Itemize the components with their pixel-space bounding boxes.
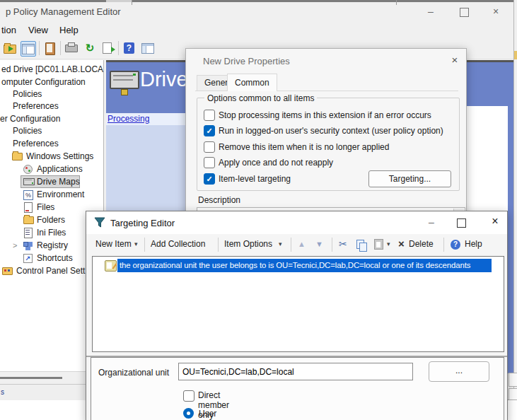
ou-item-icon [105, 260, 117, 272]
ou-label: Organizational unit [98, 368, 169, 378]
close-button[interactable]: × [488, 5, 504, 18]
checkbox-icon[interactable] [204, 157, 215, 168]
export-list-icon[interactable] [101, 41, 115, 55]
back-folder-icon[interactable] [3, 41, 17, 55]
window-right-edge [513, 0, 517, 399]
copy-icon[interactable] [356, 240, 364, 249]
tree-item-preferences[interactable]: Preferences [0, 100, 103, 112]
item-options-button[interactable]: Item Options [224, 239, 272, 249]
close-icon[interactable]: × [448, 54, 462, 67]
browse-button[interactable]: ... [429, 361, 489, 382]
menu-view[interactable]: View [28, 25, 48, 35]
window-top-border [0, 0, 517, 2]
tab-common[interactable]: Common [227, 74, 277, 91]
checkbox-checked-icon[interactable]: ✓ [204, 125, 215, 136]
move-up-icon[interactable]: ▲ [298, 240, 306, 248]
top-tick [132, 0, 132, 5]
checkbox-icon[interactable] [204, 110, 215, 121]
checkbox-icon[interactable] [204, 141, 215, 153]
tree-item-user-configuration[interactable]: er Configuration [0, 112, 103, 125]
dialog-title: New Drive Properties [203, 56, 290, 66]
description-label: Description [198, 195, 240, 205]
window-title: p Policy Management Editor [6, 6, 121, 17]
maximize-button[interactable] [460, 8, 469, 17]
menu-help[interactable]: Help [59, 25, 79, 35]
expand-chevron-icon[interactable]: > [13, 239, 17, 252]
new-item-button[interactable]: New Item [95, 239, 132, 249]
drive-icon [23, 177, 34, 186]
tree-item-windows-settings[interactable]: Windows Settings [0, 150, 103, 163]
menu-bar: tion View Help [0, 22, 517, 38]
tree-item-computer-configuration[interactable]: omputer Configuration [0, 76, 103, 88]
scrollbar-thumb[interactable] [0, 377, 62, 379]
tree-item-applications[interactable]: Applications [0, 163, 103, 175]
targeting-toolbar: New Item ▾ Add Collection Item Options ▾… [86, 234, 507, 255]
delete-x-icon[interactable]: × [398, 238, 405, 250]
dropdown-icon[interactable]: ▾ [134, 240, 138, 247]
tree-item-policies-user[interactable]: Policies [0, 124, 103, 137]
radio-selected-icon[interactable] [183, 408, 194, 419]
move-down-icon[interactable]: ▼ [315, 240, 323, 248]
add-collection-button[interactable]: Add Collection [151, 239, 205, 249]
file-icon [23, 202, 34, 211]
refresh-icon[interactable]: ↻ [83, 41, 97, 55]
shortcut-icon: ↗ [23, 253, 34, 262]
tree-item-environment[interactable]: %Environment [0, 188, 103, 201]
scrollbar-button[interactable] [509, 373, 517, 387]
group-label: Options common to all items [204, 93, 317, 103]
registry-icon [23, 240, 34, 250]
checkbox-checked-icon[interactable]: ✓ [204, 173, 215, 185]
drive-maps-header-icon [110, 69, 138, 96]
dialog-title-bar: Targeting Editor – × [86, 211, 507, 234]
window-top-notch [106, 0, 132, 2]
tree-item-policies[interactable]: Policies [0, 88, 103, 100]
control-panel-icon [2, 266, 13, 275]
print-icon[interactable] [64, 41, 79, 55]
help-button[interactable]: Help [465, 239, 482, 249]
screen: p Policy Management Editor – × tion View… [0, 0, 517, 420]
filter-icon [94, 217, 105, 228]
dialog-title: Targeting Editor [110, 218, 175, 228]
scrollbar-button[interactable] [509, 388, 517, 400]
dropdown-icon[interactable]: ▾ [387, 240, 390, 247]
checkbox-icon[interactable] [183, 390, 194, 402]
ini-file-icon [23, 228, 34, 237]
percent-icon: % [23, 189, 34, 199]
dropdown-icon[interactable]: ▾ [279, 240, 282, 247]
tree-item-mapped-drive[interactable]: ed Drive [DC01.LAB.LOCA [0, 63, 103, 76]
close-icon[interactable]: × [487, 216, 503, 228]
paste-icon[interactable] [374, 239, 383, 250]
help-circle-icon[interactable]: ? [451, 240, 460, 250]
cut-icon[interactable]: ✂ [339, 238, 347, 250]
paste-icon[interactable] [43, 41, 57, 55]
folder-new-icon [23, 215, 34, 224]
help-icon[interactable]: ? [123, 41, 137, 55]
folder-icon [12, 151, 23, 161]
background-fragment [514, 51, 517, 59]
targeting-items-list: the organizational unit the user belongs… [92, 256, 504, 352]
top-tick [396, 0, 397, 5]
maximize-icon[interactable] [457, 218, 466, 228]
disc-icon [23, 164, 34, 173]
new-window-icon[interactable] [141, 41, 155, 55]
targeting-editor-dialog: Targeting Editor – × New Item ▾ Add Coll… [86, 211, 508, 420]
ou-input[interactable] [178, 363, 413, 380]
tree-item-drive-maps[interactable]: Drive Maps [0, 175, 103, 188]
minimize-button[interactable]: – [423, 5, 438, 18]
delete-button[interactable]: Delete [409, 239, 434, 249]
tree-item-preferences-user[interactable]: Preferences [0, 137, 103, 150]
processing-link[interactable]: Processing [108, 114, 149, 124]
menu-action[interactable]: tion [1, 25, 16, 35]
console-tree-toggle-icon[interactable] [21, 41, 36, 57]
targeting-button[interactable]: Targeting... [368, 170, 451, 187]
minimize-icon[interactable]: – [424, 216, 439, 228]
item-properties-panel: Organizational unit ... Direct member on… [91, 357, 504, 420]
